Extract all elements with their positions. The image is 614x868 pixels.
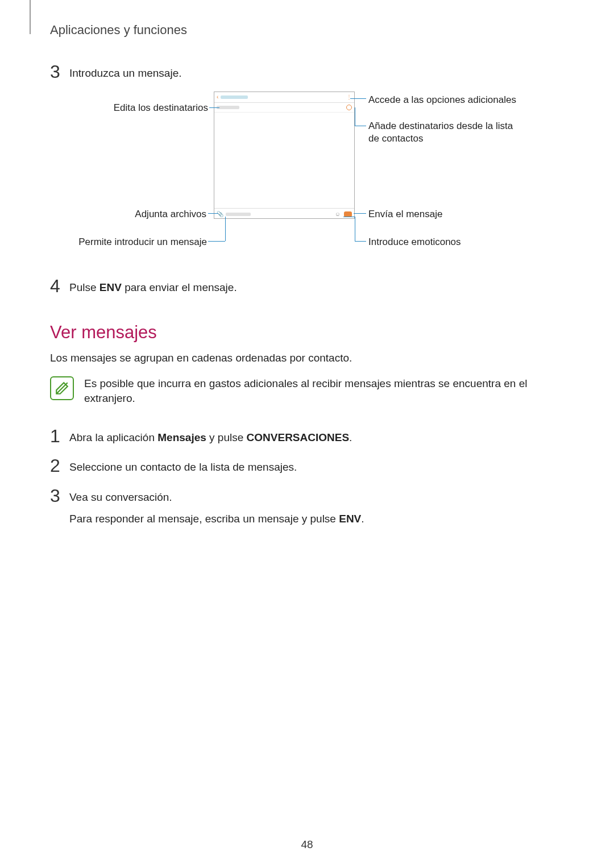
page-header: Aplicaciones y funciones xyxy=(50,23,564,38)
step-number: 3 xyxy=(50,63,69,81)
leader-line xyxy=(350,98,366,99)
step-number: 4 xyxy=(50,277,69,295)
phone-titlebar: ‹ ⋮ xyxy=(214,92,354,103)
intro-paragraph: Los mensajes se agrupan en cadenas orden… xyxy=(50,351,564,366)
input-row: 📎 ☺ xyxy=(214,208,354,220)
leader-line xyxy=(355,241,366,242)
note-text: Es posible que incurra en gastos adicion… xyxy=(84,376,564,406)
step-text: Introduzca un mensaje. xyxy=(69,65,182,81)
step-3: 3 Introduzca un mensaje. xyxy=(50,61,564,81)
note-block: Es posible que incurra en gastos adicion… xyxy=(50,376,564,406)
step-number: 3 xyxy=(50,487,69,505)
message-body-area xyxy=(214,113,354,208)
text-fragment: Pulse xyxy=(69,281,99,293)
callout-emoticons: Introduce emoticonos xyxy=(368,236,461,248)
leader-line xyxy=(343,217,355,217)
leader-line xyxy=(355,126,366,126)
callout-attach-files: Adjunta archivos xyxy=(115,208,206,220)
step-number: 2 xyxy=(50,456,69,475)
step-text: Pulse ENV para enviar el mensaje. xyxy=(69,280,237,296)
step-line: Para responder al mensaje, escriba un me… xyxy=(69,511,364,527)
step-text: Abra la aplicación Mensajes y pulse CONV… xyxy=(69,430,352,446)
text-fragment: . xyxy=(349,431,352,443)
section-heading: Ver mensajes xyxy=(50,322,564,343)
leader-line xyxy=(208,241,225,242)
input-placeholder xyxy=(226,213,251,216)
text-fragment: Para responder al mensaje, escriba un me… xyxy=(69,513,339,525)
contact-icon xyxy=(346,105,352,110)
text-fragment: y pulse xyxy=(206,431,247,443)
message-compose-diagram: ‹ ⋮ 📎 ☺ Edita los destinatarios Adjunta … xyxy=(50,92,564,268)
leader-line xyxy=(208,213,218,214)
menu-icon: ⋮ xyxy=(346,94,352,100)
page-number: 48 xyxy=(0,838,614,851)
step-number: 1 xyxy=(50,427,69,445)
leader-line xyxy=(354,213,366,214)
text-bold: ENV xyxy=(339,513,361,525)
callout-edit-recipients: Edita los destinatarios xyxy=(94,102,208,114)
step-text: Vea su conversación. Para responder al m… xyxy=(69,489,364,526)
text-bold: CONVERSACIONES xyxy=(247,431,350,443)
view-step-1: 1 Abra la aplicación Mensajes y pulse CO… xyxy=(50,426,564,446)
recipient-row xyxy=(214,103,354,113)
callout-send-message: Envía el mensaje xyxy=(368,208,442,220)
view-step-3: 3 Vea su conversación. Para responder al… xyxy=(50,485,564,526)
text-fragment: Abra la aplicación xyxy=(69,431,157,443)
margin-rule xyxy=(30,0,31,34)
title-placeholder xyxy=(221,95,248,99)
leader-line xyxy=(225,217,226,241)
text-fragment: para enviar el mensaje. xyxy=(122,281,237,293)
step-line: Vea su conversación. xyxy=(69,489,364,505)
pencil-note-icon xyxy=(55,381,69,396)
text-fragment: . xyxy=(361,513,364,525)
step-text: Seleccione un contacto de la lista de me… xyxy=(69,459,297,475)
emoji-icon: ☺ xyxy=(335,211,341,217)
callout-add-contacts-line2: de contactos xyxy=(368,132,423,144)
view-step-2: 2 Seleccione un contacto de la lista de … xyxy=(50,455,564,475)
phone-mock: ‹ ⋮ 📎 ☺ xyxy=(214,92,355,219)
text-bold: Mensajes xyxy=(157,431,206,443)
callout-enter-message: Permite introducir un mensaje xyxy=(58,236,207,248)
text-bold: ENV xyxy=(99,281,122,293)
note-icon xyxy=(50,376,74,400)
step-4: 4 Pulse ENV para enviar el mensaje. xyxy=(50,276,564,296)
leader-line xyxy=(355,217,355,241)
attach-icon: 📎 xyxy=(217,211,223,217)
callout-additional-options: Accede a las opciones adicionales xyxy=(368,94,516,106)
leader-line xyxy=(355,107,355,126)
back-icon: ‹ xyxy=(217,94,218,100)
leader-line xyxy=(209,107,219,108)
callout-add-contacts-line1: Añade destinatarios desde la lista xyxy=(368,120,513,132)
recipient-placeholder xyxy=(217,106,239,109)
